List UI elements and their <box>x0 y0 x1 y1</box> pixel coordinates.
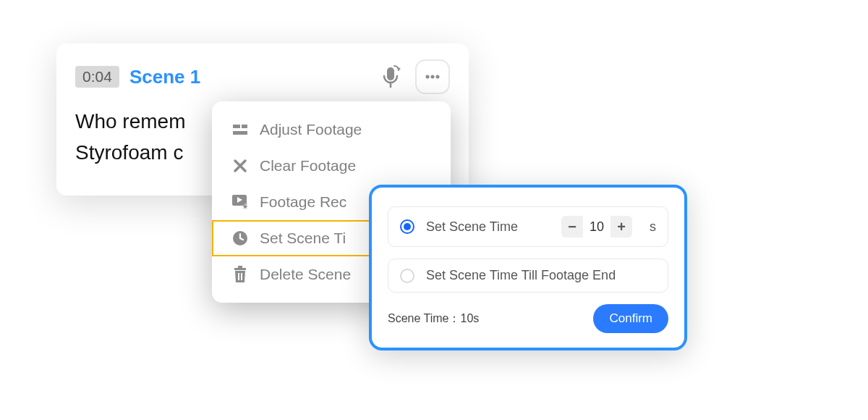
svg-rect-15 <box>238 273 239 280</box>
scene-timestamp: 0:04 <box>75 66 119 88</box>
option-till-footage-end[interactable]: Set Scene Time Till Footage End <box>388 259 668 293</box>
radio-set-time[interactable] <box>400 219 414 234</box>
option-label: Set Scene Time Till Footage End <box>426 268 616 283</box>
stepper-value: 10 <box>583 216 610 238</box>
menu-label: Set Scene Ti <box>260 230 346 247</box>
scene-header: 0:04 Scene 1 <box>75 59 450 94</box>
svg-point-5 <box>436 75 440 79</box>
svg-point-3 <box>426 75 430 79</box>
stepper-unit: s <box>650 219 656 235</box>
svg-rect-7 <box>242 125 247 128</box>
clock-icon <box>231 229 250 248</box>
play-star-icon <box>231 193 250 211</box>
svg-rect-16 <box>241 273 242 280</box>
menu-label: Adjust Footage <box>260 121 362 138</box>
stepper-minus[interactable]: − <box>561 216 583 238</box>
svg-marker-2 <box>399 67 401 70</box>
close-icon <box>231 156 250 175</box>
radio-till-end[interactable] <box>400 269 414 283</box>
svg-rect-6 <box>233 125 240 128</box>
set-scene-time-dialog: Set Scene Time − 10 + s Set Scene Time T… <box>369 185 687 350</box>
menu-item-adjust-footage[interactable]: Adjust Footage <box>212 112 451 148</box>
svg-rect-8 <box>233 131 247 135</box>
svg-rect-14 <box>238 266 242 268</box>
sliders-icon <box>231 120 250 139</box>
time-stepper: − 10 + <box>561 216 632 238</box>
scene-title: Scene 1 <box>129 66 200 88</box>
svg-rect-13 <box>234 268 246 270</box>
confirm-button[interactable]: Confirm <box>593 304 668 333</box>
menu-label: Delete Scene <box>260 266 351 283</box>
more-button[interactable] <box>415 59 450 94</box>
stepper-plus[interactable]: + <box>610 216 632 238</box>
menu-label: Footage Rec <box>260 193 346 211</box>
option-label: Set Scene Time <box>426 219 518 235</box>
svg-point-4 <box>431 75 435 79</box>
option-set-scene-time[interactable]: Set Scene Time − 10 + s <box>388 206 668 247</box>
svg-rect-0 <box>387 67 394 80</box>
dialog-footer: Scene Time：10s Confirm <box>388 304 668 333</box>
scene-time-readout: Scene Time：10s <box>388 311 479 327</box>
mic-icon[interactable] <box>376 62 405 91</box>
menu-item-clear-footage[interactable]: Clear Footage <box>212 148 451 184</box>
menu-label: Clear Footage <box>260 157 356 175</box>
trash-icon <box>231 265 250 284</box>
